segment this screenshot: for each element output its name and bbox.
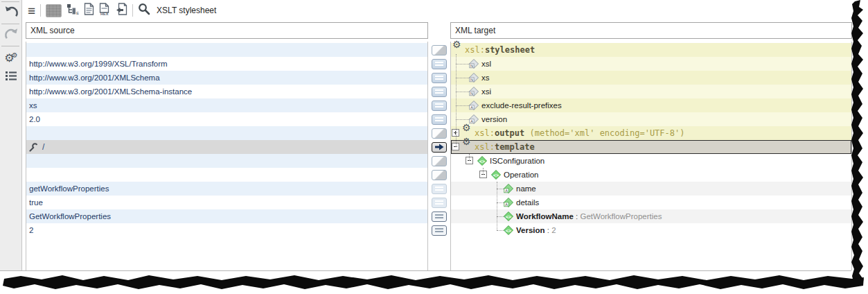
mapping-button-slot xyxy=(428,98,450,112)
list-view-button[interactable] xyxy=(2,68,20,86)
element-icon: <> xyxy=(477,156,487,166)
source-row[interactable]: http://www.w3.org/2001/XMLSchema-instanc… xyxy=(26,85,427,98)
search-icon xyxy=(138,3,150,18)
target-tree-row[interactable]: Nxs xyxy=(451,71,851,85)
tree-guide-line xyxy=(497,189,504,189)
xsl-prefix: xsl: xyxy=(475,142,495,152)
passthrough-button[interactable] xyxy=(432,128,447,139)
value-map-button[interactable] xyxy=(432,101,447,111)
import-view-button[interactable] xyxy=(116,3,127,18)
value-map-button[interactable] xyxy=(432,87,447,97)
main-toolbar: ≡ E HEX xyxy=(22,0,851,21)
target-tree-row[interactable]: <>Operation xyxy=(451,168,851,182)
xsl-prefix: xsl: xyxy=(465,45,485,55)
target-tree-row[interactable]: Nxsl xyxy=(451,57,851,71)
source-row[interactable] xyxy=(26,154,427,168)
value-map-button[interactable] xyxy=(432,114,447,125)
search-button[interactable] xyxy=(138,3,150,18)
tree-node-label: xsl:template xyxy=(475,140,535,154)
target-tree-row[interactable]: Nxsi xyxy=(451,85,851,98)
target-tree-row[interactable]: Aversion xyxy=(451,112,851,126)
target-tree-row[interactable]: Adetails xyxy=(451,196,851,209)
node-value-separator: : xyxy=(574,212,581,220)
element-icon: <> xyxy=(504,211,513,221)
source-row[interactable]: true xyxy=(26,196,427,209)
svg-text:N: N xyxy=(470,78,473,82)
target-tree-row[interactable]: Aname xyxy=(451,182,851,196)
tree-guide-line xyxy=(456,54,457,147)
tree-node-label: xsi xyxy=(481,85,491,98)
tree-view-button[interactable]: E xyxy=(67,3,79,18)
source-row[interactable]: 2 xyxy=(26,223,427,237)
value-map-button[interactable] xyxy=(432,211,447,222)
tree-node-label: version xyxy=(481,112,507,126)
source-row[interactable]: GetWorkflowProperties xyxy=(26,209,427,223)
source-row[interactable]: getWorkflowProperties xyxy=(26,182,427,196)
source-cell-text: http://www.w3.org/2001/XMLSchema xyxy=(29,74,160,82)
source-row[interactable]: xs xyxy=(26,98,427,112)
text-view-button[interactable] xyxy=(84,3,94,18)
value-map-button[interactable] xyxy=(432,198,447,208)
tree-guide-line xyxy=(497,182,497,230)
tree-node-label: xsl:output (method='xml' encoding='UTF-8… xyxy=(475,126,684,140)
settings-button[interactable]: ⚙⚙ xyxy=(2,49,20,67)
value-map-button[interactable] xyxy=(432,73,447,83)
tree-guide-line xyxy=(456,105,469,106)
xsl-element-name: template xyxy=(495,142,535,152)
source-cell-text: 2 xyxy=(29,226,33,234)
node-name: name xyxy=(516,184,536,193)
svg-text:A: A xyxy=(505,202,508,207)
redo-button[interactable] xyxy=(2,26,20,44)
node-name: xsl xyxy=(481,60,491,68)
divider xyxy=(132,4,133,17)
mapping-button-slot xyxy=(428,154,450,168)
source-row[interactable]: 2.0 xyxy=(26,112,427,126)
grid-view-icon xyxy=(46,4,62,17)
value-map-button[interactable] xyxy=(432,184,447,194)
undo-button[interactable] xyxy=(2,4,20,22)
source-row[interactable]: http://www.w3.org/1999/XSL/Transform xyxy=(26,57,427,71)
grid-view-button[interactable] xyxy=(46,3,62,18)
source-row[interactable]: http://www.w3.org/2001/XMLSchema xyxy=(26,71,427,85)
svg-text:A: A xyxy=(505,189,508,193)
hex-view-button[interactable]: HEX xyxy=(99,3,111,18)
target-tree-row[interactable]: <>Version : 2 xyxy=(451,223,851,237)
target-tree-row[interactable]: <>ISConfiguration xyxy=(451,154,851,168)
xsl-attributes: (method='xml' encoding='UTF-8') xyxy=(524,128,684,138)
source-row[interactable]: / xyxy=(26,140,427,154)
source-row[interactable] xyxy=(26,126,427,140)
menu-button[interactable]: ≡ xyxy=(28,3,35,18)
passthrough-button[interactable] xyxy=(432,170,447,180)
tree-guide-line xyxy=(456,92,469,92)
value-map-button[interactable] xyxy=(432,225,447,236)
mapping-arrow-button[interactable] xyxy=(432,142,447,153)
svg-text:N: N xyxy=(470,64,473,68)
source-cell-text: GetWorkflowProperties xyxy=(29,212,111,220)
source-cell-text: true xyxy=(29,198,43,207)
svg-text:A: A xyxy=(470,105,473,110)
tree-guide-line xyxy=(497,216,504,217)
source-row[interactable] xyxy=(26,43,427,57)
tree-guide-line xyxy=(469,154,470,161)
passthrough-button[interactable] xyxy=(432,45,447,55)
target-tree-row[interactable]: ⚙xsl:stylesheet xyxy=(451,43,851,57)
target-tree-row[interactable]: Aexclude-result-prefixes xyxy=(451,98,851,112)
mapping-button-slot xyxy=(428,71,450,85)
source-cell-text: / xyxy=(42,142,44,152)
source-panel: http://www.w3.org/1999/XSL/Transformhttp… xyxy=(26,42,428,270)
passthrough-button[interactable] xyxy=(432,156,447,166)
value-map-button[interactable] xyxy=(432,59,447,69)
mapping-button-slot xyxy=(428,112,450,126)
target-tree-row[interactable]: <>WorkflowName : GetWorkflowProperties xyxy=(451,209,851,223)
namespace-icon: N xyxy=(469,87,479,96)
tree-guide-line xyxy=(497,202,504,203)
source-panel-header: XML source xyxy=(26,22,428,39)
tree-guide-line xyxy=(497,230,504,231)
source-row[interactable] xyxy=(26,168,427,182)
mapping-button-slot xyxy=(428,168,450,182)
svg-text:N: N xyxy=(470,92,473,96)
source-cell-text: http://www.w3.org/2001/XMLSchema-instanc… xyxy=(29,87,192,96)
target-tree-row[interactable]: ⚙xsl:template xyxy=(451,140,851,154)
mapping-button-slot xyxy=(428,209,450,223)
target-tree-row[interactable]: ⚙xsl:output (method='xml' encoding='UTF-… xyxy=(451,126,851,140)
